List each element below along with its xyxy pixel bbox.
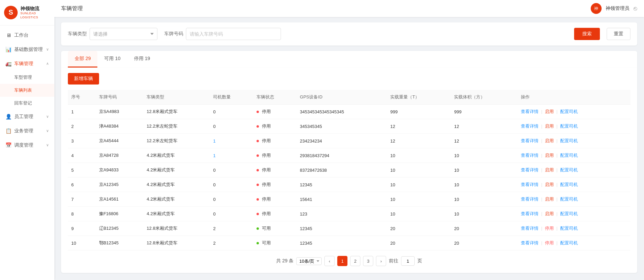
enable-link[interactable]: 启用 <box>545 153 554 158</box>
vehicle-type: 4.2米厢式货车 <box>143 148 210 163</box>
weight: 20 <box>387 221 451 236</box>
logo-icon: S <box>4 6 18 19</box>
view-detail-link[interactable]: 查看详情 <box>521 109 538 114</box>
prev-page-button[interactable]: ‹ <box>324 256 335 266</box>
enable-link[interactable]: 启用 <box>545 197 554 202</box>
weight: 10 <box>387 163 451 178</box>
enable-link[interactable]: 启用 <box>545 138 554 143</box>
vehicle-status: 停用 <box>253 163 297 178</box>
search-button[interactable]: 搜索 <box>574 28 600 40</box>
workbench-icon: 🖥 <box>5 32 12 38</box>
action-cell: 查看详情 | 停用 | 配置司机 <box>517 221 630 236</box>
sidebar-item-workbench[interactable]: 🖥 工作台 <box>0 28 54 42</box>
sidebar-item-schedule-mgmt[interactable]: 📅 调度管理 ∨ <box>0 138 54 152</box>
driver-count-cell: 2 <box>210 221 253 236</box>
chevron-up-icon: ∧ <box>46 61 49 66</box>
vehicle-type: 12.2米左蛇货车 <box>143 119 210 134</box>
sidebar-item-business-mgmt[interactable]: 📋 业务管理 ∨ <box>0 124 54 138</box>
view-detail-link[interactable]: 查看详情 <box>521 124 538 129</box>
sidebar-item-basic-data[interactable]: 📊 基础数据管理 ∨ <box>0 42 54 57</box>
status-text: 可用 <box>262 240 271 245</box>
view-detail-link[interactable]: 查看详情 <box>521 138 538 143</box>
vehicle-status: 可用 <box>253 221 297 236</box>
assign-driver-link[interactable]: 配置司机 <box>560 226 578 231</box>
status-dot <box>257 213 259 215</box>
view-detail-link[interactable]: 查看详情 <box>521 226 538 231</box>
disable-link[interactable]: 停用 <box>545 240 554 245</box>
status-dot <box>257 184 259 186</box>
assign-driver-link[interactable]: 配置司机 <box>560 138 578 143</box>
status-dot <box>257 198 259 201</box>
content-area: 车辆类型 请选择 车牌号码 搜索 重置 全部 29 可用 10 停用 19 新增… <box>54 17 644 280</box>
assign-driver-link[interactable]: 配置司机 <box>560 197 578 202</box>
vehicle-type-select[interactable]: 请选择 <box>90 28 157 40</box>
view-detail-link[interactable]: 查看详情 <box>521 167 538 172</box>
main-area: 车辆管理 神 神领管理员 ⎋ 车辆类型 请选择 车牌号码 搜索 重置 <box>54 0 644 280</box>
assign-driver-link[interactable]: 配置司机 <box>560 182 578 187</box>
view-detail-link[interactable]: 查看详情 <box>521 197 538 202</box>
action-cell: 查看详情 | 启用 | 配置司机 <box>517 178 630 192</box>
tab-available[interactable]: 可用 10 <box>97 51 127 68</box>
enable-link[interactable]: 启用 <box>545 182 554 187</box>
page-3-button[interactable]: 3 <box>363 256 373 266</box>
page-size-select[interactable]: 10条/页 20条/页 50条/页 <box>296 257 322 265</box>
goto-prefix: 前往 <box>389 258 398 264</box>
volume: 10 <box>451 148 517 163</box>
sidebar-item-employee-mgmt[interactable]: 👤 员工管理 ∨ <box>0 110 54 124</box>
assign-driver-link[interactable]: 配置司机 <box>560 240 578 245</box>
plate-number: 鄂B12345 <box>96 236 144 250</box>
goto-page-input[interactable] <box>401 256 415 266</box>
plate-number: 京A94833 <box>96 163 144 178</box>
action-cell: 查看详情 | 启用 | 配置司机 <box>517 192 630 207</box>
table-row: 4 京A84728 4.2米厢式货车 1 停用 293818437294 10 … <box>68 148 630 163</box>
sidebar-item-vehicle-mgmt[interactable]: 🚛 车辆管理 ∧ <box>0 57 54 71</box>
tabs-bar: 全部 29 可用 10 停用 19 <box>61 51 637 68</box>
assign-driver-link[interactable]: 配置司机 <box>560 109 578 114</box>
sidebar-item-vehicle-type[interactable]: 车型管理 <box>0 71 54 84</box>
add-vehicle-button[interactable]: 新增车辆 <box>68 73 99 85</box>
assign-driver-link[interactable]: 配置司机 <box>560 153 578 158</box>
sidebar-item-label: 员工管理 <box>14 114 43 120</box>
enable-link[interactable]: 启用 <box>545 167 554 172</box>
vehicle-type: 12.2米左蛇货车 <box>143 134 210 148</box>
avatar: 神 <box>591 3 602 14</box>
enable-link[interactable]: 启用 <box>545 124 554 129</box>
chevron-down-icon: ∨ <box>46 114 49 119</box>
row-index: 3 <box>68 134 96 148</box>
status-text: 停用 <box>262 182 271 187</box>
reset-button[interactable]: 重置 <box>607 28 630 40</box>
sidebar-item-label: 业务管理 <box>14 128 43 134</box>
assign-driver-link[interactable]: 配置司机 <box>560 211 578 216</box>
disable-link[interactable]: 停用 <box>545 226 554 231</box>
status-text: 停用 <box>262 211 271 216</box>
sidebar-item-return-log[interactable]: 回车登记 <box>0 97 54 110</box>
plate-number-input[interactable] <box>186 28 281 40</box>
driver-count-link[interactable]: 1 <box>213 138 215 144</box>
enable-link[interactable]: 启用 <box>545 211 554 216</box>
view-detail-link[interactable]: 查看详情 <box>521 153 538 158</box>
assign-driver-link[interactable]: 配置司机 <box>560 124 578 129</box>
gps-id: 234234234 <box>297 134 387 148</box>
plate-number: 津A48384 <box>96 119 144 134</box>
next-page-button[interactable]: › <box>376 256 386 266</box>
driver-count-link[interactable]: 1 <box>213 153 215 158</box>
volume: 20 <box>451 236 517 250</box>
vehicle-status: 停用 <box>253 192 297 207</box>
view-detail-link[interactable]: 查看详情 <box>521 240 538 245</box>
col-drivers: 司机数量 <box>210 90 253 105</box>
table-row: 5 京A94833 4.2米厢式货车 0 停用 83728472638 10 1… <box>68 163 630 178</box>
col-status: 车辆状态 <box>253 90 297 105</box>
logout-icon[interactable]: ⎋ <box>633 5 637 12</box>
nav-menu: 🖥 工作台 📊 基础数据管理 ∨ 🚛 车辆管理 ∧ 车型管理 车辆列表 回车登记… <box>0 25 54 280</box>
page-2-button[interactable]: 2 <box>350 256 360 266</box>
enable-link[interactable]: 启用 <box>545 109 554 114</box>
sidebar-item-vehicle-list[interactable]: 车辆列表 <box>0 84 54 97</box>
tab-all[interactable]: 全部 29 <box>68 51 97 68</box>
page-title: 车辆管理 <box>61 5 83 12</box>
view-detail-link[interactable]: 查看详情 <box>521 211 538 216</box>
page-1-button[interactable]: 1 <box>337 256 347 266</box>
logo-cn: 神领物流 <box>20 5 50 12</box>
tab-stopped[interactable]: 停用 19 <box>127 51 157 68</box>
view-detail-link[interactable]: 查看详情 <box>521 182 538 187</box>
assign-driver-link[interactable]: 配置司机 <box>560 167 578 172</box>
